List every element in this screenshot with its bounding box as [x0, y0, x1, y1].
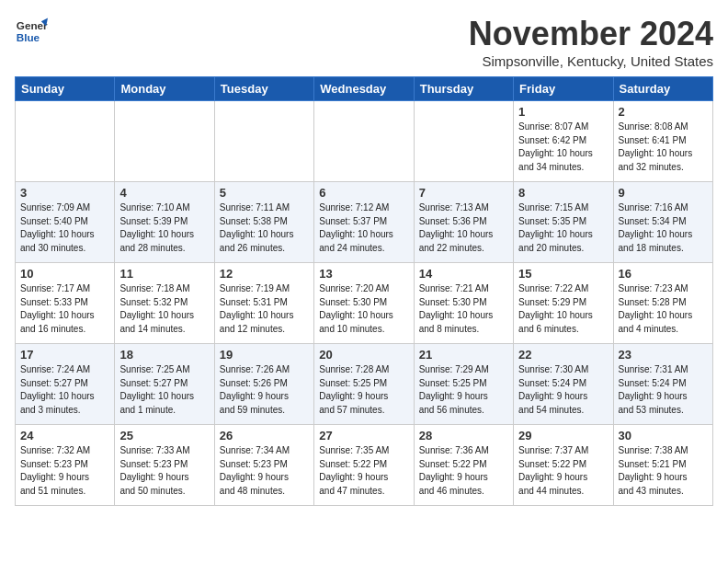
day-number: 19	[220, 348, 309, 362]
day-info: Sunrise: 8:07 AM Sunset: 6:42 PM Dayligh…	[518, 121, 608, 174]
day-number: 14	[419, 267, 508, 281]
day-number: 20	[319, 348, 408, 362]
day-number: 24	[20, 429, 109, 442]
day-number: 22	[518, 348, 608, 362]
day-number: 2	[619, 105, 708, 119]
day-number: 10	[20, 267, 109, 281]
title-block: November 2024 Simpsonville, Kentucky, Un…	[469, 15, 713, 69]
day-info: Sunrise: 7:22 AM Sunset: 5:29 PM Dayligh…	[518, 282, 608, 336]
day-info: Sunrise: 7:28 AM Sunset: 5:25 PM Dayligh…	[319, 363, 408, 417]
day-number: 12	[220, 267, 309, 281]
calendar-cell	[115, 101, 214, 182]
day-number: 3	[20, 186, 109, 200]
day-info: Sunrise: 7:24 AM Sunset: 5:27 PM Dayligh…	[20, 363, 109, 417]
day-number: 21	[419, 348, 508, 362]
calendar-cell: 24Sunrise: 7:32 AM Sunset: 5:23 PM Dayli…	[16, 425, 115, 506]
calendar-cell: 8Sunrise: 7:15 AM Sunset: 5:35 PM Daylig…	[514, 182, 613, 263]
day-number: 9	[619, 186, 708, 200]
day-info: Sunrise: 7:16 AM Sunset: 5:34 PM Dayligh…	[619, 201, 708, 255]
day-info: Sunrise: 7:30 AM Sunset: 5:24 PM Dayligh…	[518, 363, 608, 417]
day-info: Sunrise: 7:10 AM Sunset: 5:39 PM Dayligh…	[119, 201, 209, 255]
weekday-header-monday: Monday	[115, 77, 214, 101]
day-info: Sunrise: 7:32 AM Sunset: 5:23 PM Dayligh…	[20, 444, 109, 498]
day-number: 28	[419, 429, 508, 442]
weekday-header-row: SundayMondayTuesdayWednesdayThursdayFrid…	[16, 77, 713, 101]
calendar-cell: 17Sunrise: 7:24 AM Sunset: 5:27 PM Dayli…	[16, 344, 115, 425]
calendar-cell: 9Sunrise: 7:16 AM Sunset: 5:34 PM Daylig…	[613, 182, 712, 263]
month-title: November 2024	[469, 15, 713, 53]
day-info: Sunrise: 7:26 AM Sunset: 5:26 PM Dayligh…	[220, 363, 309, 417]
day-number: 7	[419, 186, 508, 200]
day-info: Sunrise: 7:25 AM Sunset: 5:27 PM Dayligh…	[119, 363, 209, 417]
day-info: Sunrise: 7:35 AM Sunset: 5:22 PM Dayligh…	[319, 444, 408, 498]
calendar-cell	[214, 101, 313, 182]
calendar-cell: 4Sunrise: 7:10 AM Sunset: 5:39 PM Daylig…	[115, 182, 214, 263]
day-info: Sunrise: 7:23 AM Sunset: 5:28 PM Dayligh…	[619, 282, 708, 336]
calendar-cell: 29Sunrise: 7:37 AM Sunset: 5:22 PM Dayli…	[514, 425, 613, 506]
page-header: General Blue November 2024 Simpsonville,…	[15, 15, 713, 69]
day-info: Sunrise: 7:19 AM Sunset: 5:31 PM Dayligh…	[220, 282, 309, 336]
day-number: 8	[518, 186, 608, 200]
calendar-cell: 5Sunrise: 7:11 AM Sunset: 5:38 PM Daylig…	[214, 182, 313, 263]
calendar-week-3: 10Sunrise: 7:17 AM Sunset: 5:33 PM Dayli…	[16, 263, 713, 344]
calendar-cell: 13Sunrise: 7:20 AM Sunset: 5:30 PM Dayli…	[314, 263, 414, 344]
day-info: Sunrise: 7:11 AM Sunset: 5:38 PM Dayligh…	[220, 201, 309, 255]
calendar-cell: 20Sunrise: 7:28 AM Sunset: 5:25 PM Dayli…	[314, 344, 414, 425]
weekday-header-saturday: Saturday	[613, 77, 712, 101]
day-number: 18	[119, 348, 209, 362]
logo: General Blue	[15, 15, 48, 48]
day-number: 4	[119, 186, 209, 200]
calendar-cell	[314, 101, 414, 182]
calendar-cell: 30Sunrise: 7:38 AM Sunset: 5:21 PM Dayli…	[613, 425, 712, 506]
day-number: 26	[220, 429, 309, 442]
location-subtitle: Simpsonville, Kentucky, United States	[469, 53, 713, 69]
day-number: 27	[319, 429, 408, 442]
weekday-header-wednesday: Wednesday	[314, 77, 414, 101]
calendar-cell: 15Sunrise: 7:22 AM Sunset: 5:29 PM Dayli…	[514, 263, 613, 344]
day-info: Sunrise: 7:36 AM Sunset: 5:22 PM Dayligh…	[419, 444, 508, 498]
calendar-cell	[414, 101, 513, 182]
day-info: Sunrise: 8:08 AM Sunset: 6:41 PM Dayligh…	[619, 121, 708, 174]
day-info: Sunrise: 7:17 AM Sunset: 5:33 PM Dayligh…	[20, 282, 109, 336]
day-info: Sunrise: 7:18 AM Sunset: 5:32 PM Dayligh…	[119, 282, 209, 336]
calendar-cell: 11Sunrise: 7:18 AM Sunset: 5:32 PM Dayli…	[115, 263, 214, 344]
calendar-cell: 28Sunrise: 7:36 AM Sunset: 5:22 PM Dayli…	[414, 425, 513, 506]
day-number: 29	[518, 429, 608, 442]
day-number: 25	[119, 429, 209, 442]
day-info: Sunrise: 7:20 AM Sunset: 5:30 PM Dayligh…	[319, 282, 408, 336]
calendar-cell: 27Sunrise: 7:35 AM Sunset: 5:22 PM Dayli…	[314, 425, 414, 506]
calendar-week-1: 1Sunrise: 8:07 AM Sunset: 6:42 PM Daylig…	[16, 101, 713, 182]
weekday-header-thursday: Thursday	[414, 77, 513, 101]
calendar-cell: 7Sunrise: 7:13 AM Sunset: 5:36 PM Daylig…	[414, 182, 513, 263]
day-info: Sunrise: 7:21 AM Sunset: 5:30 PM Dayligh…	[419, 282, 508, 336]
day-info: Sunrise: 7:13 AM Sunset: 5:36 PM Dayligh…	[419, 201, 508, 255]
calendar-cell: 26Sunrise: 7:34 AM Sunset: 5:23 PM Dayli…	[214, 425, 313, 506]
calendar-cell: 16Sunrise: 7:23 AM Sunset: 5:28 PM Dayli…	[613, 263, 712, 344]
calendar-cell	[16, 101, 115, 182]
calendar-cell: 22Sunrise: 7:30 AM Sunset: 5:24 PM Dayli…	[514, 344, 613, 425]
weekday-header-tuesday: Tuesday	[214, 77, 313, 101]
calendar-cell: 18Sunrise: 7:25 AM Sunset: 5:27 PM Dayli…	[115, 344, 214, 425]
calendar-week-4: 17Sunrise: 7:24 AM Sunset: 5:27 PM Dayli…	[16, 344, 713, 425]
calendar-cell: 10Sunrise: 7:17 AM Sunset: 5:33 PM Dayli…	[16, 263, 115, 344]
calendar-cell: 21Sunrise: 7:29 AM Sunset: 5:25 PM Dayli…	[414, 344, 513, 425]
calendar-cell: 12Sunrise: 7:19 AM Sunset: 5:31 PM Dayli…	[214, 263, 313, 344]
day-info: Sunrise: 7:09 AM Sunset: 5:40 PM Dayligh…	[20, 201, 109, 255]
day-number: 11	[119, 267, 209, 281]
day-number: 15	[518, 267, 608, 281]
day-number: 17	[20, 348, 109, 362]
day-number: 5	[220, 186, 309, 200]
day-info: Sunrise: 7:33 AM Sunset: 5:23 PM Dayligh…	[119, 444, 209, 498]
calendar-cell: 1Sunrise: 8:07 AM Sunset: 6:42 PM Daylig…	[514, 101, 613, 182]
logo-icon: General Blue	[15, 15, 48, 48]
day-number: 1	[518, 105, 608, 119]
calendar-table: SundayMondayTuesdayWednesdayThursdayFrid…	[15, 76, 713, 506]
day-info: Sunrise: 7:37 AM Sunset: 5:22 PM Dayligh…	[518, 444, 608, 498]
day-number: 23	[619, 348, 708, 362]
calendar-cell: 3Sunrise: 7:09 AM Sunset: 5:40 PM Daylig…	[16, 182, 115, 263]
calendar-cell: 19Sunrise: 7:26 AM Sunset: 5:26 PM Dayli…	[214, 344, 313, 425]
day-info: Sunrise: 7:31 AM Sunset: 5:24 PM Dayligh…	[619, 363, 708, 417]
weekday-header-sunday: Sunday	[16, 77, 115, 101]
day-info: Sunrise: 7:15 AM Sunset: 5:35 PM Dayligh…	[518, 201, 608, 255]
calendar-week-2: 3Sunrise: 7:09 AM Sunset: 5:40 PM Daylig…	[16, 182, 713, 263]
